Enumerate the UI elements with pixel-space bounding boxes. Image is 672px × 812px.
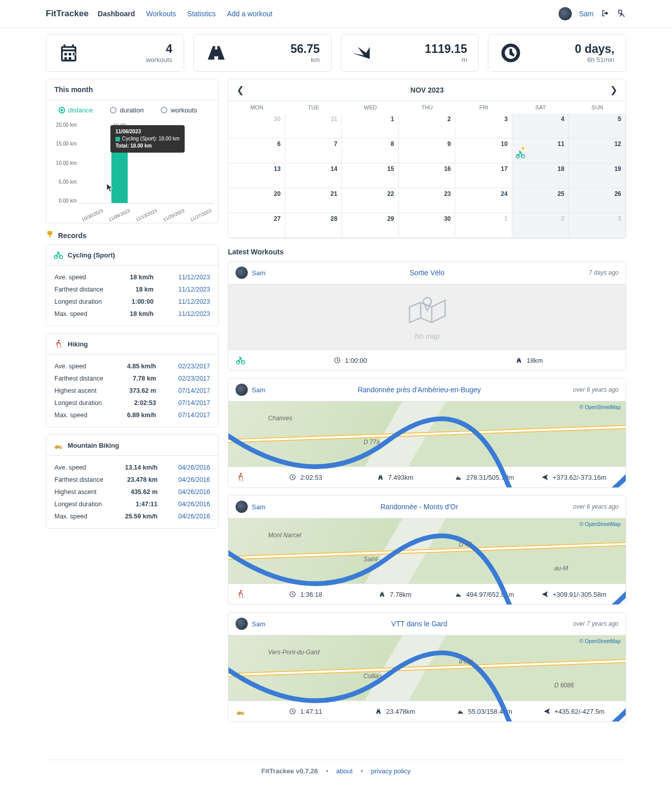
calendar-cell[interactable]: 27 <box>228 213 285 238</box>
calendar-cell[interactable]: 14 <box>285 163 342 188</box>
record-date-link[interactable]: 07/14/2017 <box>178 387 210 394</box>
workout-time-ago: over 6 years ago <box>573 503 619 510</box>
record-value: 1:00:00 <box>122 296 154 307</box>
calendar-cell[interactable]: 16 <box>399 163 456 188</box>
calendar-cell[interactable]: 17 <box>455 163 512 188</box>
calendar-cell[interactable]: 10 <box>455 138 512 163</box>
tab-duration[interactable]: duration <box>110 106 143 114</box>
workout-map[interactable]: © OpenStreetMapVers-Pont-du-GardColliasd… <box>228 635 626 701</box>
record-date-link[interactable]: 02/23/2017 <box>178 363 210 370</box>
tab-distance[interactable]: distance <box>59 106 93 114</box>
main-nav: Dashboard Workouts Statistics Add a work… <box>98 10 273 18</box>
nav-workouts[interactable]: Workouts <box>146 10 176 18</box>
workout-title-link[interactable]: Randonnée près d'Ambérieu-en-Bugey <box>266 386 573 394</box>
workout-user-link[interactable]: Sam <box>252 620 266 628</box>
calendar-cell[interactable]: 24 <box>455 188 512 213</box>
record-date-link[interactable]: 02/23/2017 <box>178 375 210 382</box>
tab-workouts[interactable]: workouts <box>161 106 197 114</box>
calendar-cell[interactable]: 12 <box>569 138 626 163</box>
prev-month-button[interactable]: ❮ <box>237 84 244 96</box>
calendar-cell[interactable]: 1 <box>455 213 512 238</box>
calendar-cell[interactable]: 11 <box>512 138 569 163</box>
map-placename: Mont Narcel <box>268 532 301 539</box>
calendar-cell[interactable]: 6 <box>228 138 285 163</box>
workout-card[interactable]: SamRandonnée près d'Ambérieu-en-Bugeyove… <box>228 378 626 488</box>
next-month-button[interactable]: ❯ <box>610 84 618 96</box>
record-date-link[interactable]: 07/14/2017 <box>178 412 210 419</box>
calendar-cell[interactable]: 13 <box>228 163 285 188</box>
calendar-cell[interactable]: 30 <box>399 213 456 238</box>
calendar-cell[interactable]: 22 <box>342 188 399 213</box>
brand[interactable]: FitTrackee <box>46 9 89 19</box>
record-date-link[interactable]: 11/12/2023 <box>178 298 210 305</box>
workout-title-link[interactable]: VTT dans le Gard <box>266 620 573 628</box>
calendar-cell[interactable]: 31 <box>285 113 342 138</box>
record-date-link[interactable]: 04/26/2016 <box>178 513 210 520</box>
calendar-cell[interactable]: 30 <box>228 113 285 138</box>
radio-icon <box>59 107 65 113</box>
footer-privacy[interactable]: privacy policy <box>371 767 411 775</box>
record-value: 18 km/h <box>122 272 154 283</box>
radio-icon <box>110 107 116 113</box>
map-credit: © OpenStreetMap <box>579 521 621 527</box>
footer-about[interactable]: about <box>336 767 353 775</box>
calendar-cell[interactable]: 20 <box>228 188 285 213</box>
calendar-cell[interactable]: 9 <box>399 138 456 163</box>
avatar[interactable] <box>559 7 572 20</box>
workout-stats: 1:00:0018km <box>228 350 626 370</box>
calendar-cell[interactable]: 2 <box>399 113 456 138</box>
workout-title-link[interactable]: Randonnée - Monts d'Or <box>266 503 573 511</box>
language-icon[interactable] <box>617 9 626 19</box>
record-label: Longest duration <box>54 296 121 307</box>
calendar-cell[interactable]: 28 <box>285 213 342 238</box>
calendar-cell[interactable]: 7 <box>285 138 342 163</box>
map-placename: au-M <box>554 565 568 572</box>
nav-add-workout[interactable]: Add a workout <box>227 10 273 18</box>
workout-card[interactable]: SamSortie Vélo7 days agoNo map1:00:0018k… <box>228 261 626 371</box>
calendar-cell[interactable]: 21 <box>285 188 342 213</box>
workout-map[interactable]: © OpenStreetMapChanvesD 77a <box>228 401 626 467</box>
calendar-cell[interactable]: 1 <box>342 113 399 138</box>
record-value: 23.478 km <box>116 474 157 485</box>
record-date-link[interactable]: 07/14/2017 <box>178 399 210 407</box>
username-link[interactable]: Sam <box>579 10 594 18</box>
location-arrow-icon <box>353 42 375 64</box>
calendar-cell[interactable]: 19 <box>569 163 626 188</box>
workout-card[interactable]: SamVTT dans le Gardover 7 years ago© Ope… <box>228 612 626 722</box>
record-date-link[interactable]: 04/26/2016 <box>178 501 210 508</box>
record-row: Max. speed25.59 km/h04/26/2016 <box>54 511 210 522</box>
sport-icon <box>53 250 64 260</box>
workout-user-link[interactable]: Sam <box>252 269 266 277</box>
records-card: Cycling (Sport)Ave. speed18 km/h11/12/20… <box>46 244 219 326</box>
calendar-cell[interactable]: 23 <box>399 188 456 213</box>
workout-map[interactable]: © OpenStreetMapMont NarcelSaint-D 42au-M <box>228 518 626 584</box>
calendar-cell[interactable]: 15 <box>342 163 399 188</box>
calendar-cell[interactable]: 26 <box>569 188 626 213</box>
record-date-link[interactable]: 04/26/2016 <box>178 476 210 483</box>
calendar-cell[interactable]: 25 <box>512 188 569 213</box>
record-date-link[interactable]: 11/12/2023 <box>178 310 210 317</box>
calendar-cell[interactable]: 5 <box>569 113 626 138</box>
calendar-cell[interactable]: 3 <box>569 213 626 238</box>
calendar-cell[interactable]: 4 <box>512 113 569 138</box>
record-date-link[interactable]: 04/26/2016 <box>178 464 210 471</box>
calendar-cell[interactable]: 8 <box>342 138 399 163</box>
stat-distance: 18km <box>527 357 543 364</box>
calendar-cell[interactable]: 2 <box>512 213 569 238</box>
workout-user-link[interactable]: Sam <box>252 386 266 394</box>
calendar-cell[interactable]: 3 <box>455 113 512 138</box>
workout-title-link[interactable]: Sortie Vélo <box>266 269 589 277</box>
record-date-link[interactable]: 11/12/2023 <box>178 286 210 293</box>
calendar-cell[interactable]: 18 <box>512 163 569 188</box>
nav-statistics[interactable]: Statistics <box>187 10 216 18</box>
workout-user-link[interactable]: Sam <box>252 503 266 511</box>
logout-icon[interactable] <box>601 9 610 19</box>
record-date-link[interactable]: 11/12/2023 <box>178 274 210 281</box>
calendar-header: ❮ NOV 2023 ❯ <box>228 79 626 101</box>
calendar-cell[interactable]: 29 <box>342 213 399 238</box>
nav-dashboard[interactable]: Dashboard <box>98 10 135 18</box>
workout-card[interactable]: SamRandonnée - Monts d'Orover 6 years ag… <box>228 495 626 605</box>
avatar <box>236 384 248 396</box>
monthly-chart[interactable]: 20.00 km15.00 km10.00 km5.00 km0.00 km 1… <box>46 116 218 223</box>
record-date-link[interactable]: 04/26/2016 <box>178 488 210 496</box>
